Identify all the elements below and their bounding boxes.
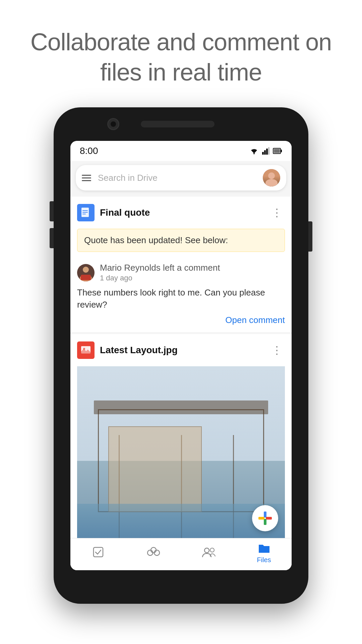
highlighted-content: Quote has been updated! See below:	[84, 235, 228, 245]
more-options-image-button[interactable]: ⋮	[269, 344, 285, 357]
add-fab-button[interactable]	[252, 505, 278, 531]
svg-rect-2	[264, 150, 266, 155]
commenter-avatar	[77, 264, 95, 281]
nav-item-priority[interactable]	[70, 546, 126, 560]
hero-title: Collaborate and comment on files in real…	[20, 27, 342, 87]
volume-down-button	[50, 228, 54, 248]
svg-point-18	[204, 548, 209, 553]
svg-rect-11	[82, 214, 86, 214]
svg-rect-14	[94, 547, 103, 557]
add-icon	[258, 512, 272, 525]
svg-rect-4	[268, 147, 269, 155]
comment-body: These numbers look right to me. Can you …	[77, 286, 285, 311]
status-bar: 8:00	[70, 141, 292, 161]
svg-point-19	[210, 548, 214, 552]
signal-icon	[262, 147, 269, 155]
phone-screen: 8:00	[70, 141, 292, 570]
svg-rect-9	[82, 210, 88, 211]
file-header-docs: Final quote ⋮	[70, 197, 292, 229]
wifi-icon	[249, 147, 259, 155]
svg-rect-6	[281, 150, 282, 152]
svg-rect-7	[274, 149, 280, 153]
file-name-final-quote: Final quote	[100, 207, 263, 218]
nav-item-shared-drives[interactable]	[126, 546, 181, 560]
phone-speaker	[141, 121, 215, 127]
phone-shell: 8:00	[54, 107, 308, 604]
file-header-image: Latest Layout.jpg ⋮	[70, 334, 292, 366]
docs-file-icon	[77, 204, 95, 221]
search-bar[interactable]: Search in Drive	[76, 165, 286, 191]
nav-item-shared[interactable]	[181, 546, 236, 560]
more-options-button[interactable]: ⋮	[269, 206, 285, 219]
highlight-text-box: Quote has been updated! See below:	[77, 229, 285, 252]
shared-with-me-icon	[201, 546, 216, 558]
status-time: 8:00	[80, 146, 98, 156]
files-icon	[257, 542, 271, 554]
commenter-name: Mario Reynolds left a comment	[100, 263, 220, 273]
hamburger-menu-icon[interactable]	[82, 175, 91, 181]
comment-time: 1 day ago	[100, 274, 220, 282]
image-preview	[77, 366, 285, 538]
user-avatar[interactable]	[263, 169, 280, 186]
hero-section: Collaborate and comment on files in real…	[0, 0, 362, 87]
battery-icon	[273, 147, 282, 155]
svg-rect-10	[82, 212, 88, 213]
comment-header: Mario Reynolds left a comment 1 day ago	[77, 263, 285, 282]
svg-point-0	[253, 153, 255, 154]
phone-camera	[107, 118, 119, 130]
open-comment-button[interactable]: Open comment	[77, 315, 285, 325]
power-button	[308, 221, 312, 252]
svg-rect-1	[262, 152, 264, 155]
volume-up-button	[50, 201, 54, 221]
phone-mockup: 8:00	[54, 107, 308, 604]
content-area: Final quote ⋮ Quote has been updated! Se…	[70, 195, 292, 570]
search-input[interactable]: Search in Drive	[98, 173, 263, 183]
checkbox-icon	[92, 546, 104, 558]
nav-label-files: Files	[257, 556, 271, 564]
file-name-latest-layout: Latest Layout.jpg	[100, 345, 263, 356]
comment-meta: Mario Reynolds left a comment 1 day ago	[100, 263, 220, 282]
bottom-navigation: Files	[70, 538, 292, 570]
file-card-final-quote: Final quote ⋮ Quote has been updated! Se…	[70, 197, 292, 332]
shared-drives-icon	[146, 546, 161, 558]
file-card-latest-layout: Latest Layout.jpg ⋮	[70, 334, 292, 538]
status-icons	[249, 147, 282, 155]
comment-section: Mario Reynolds left a comment 1 day ago …	[70, 257, 292, 332]
comment-action: left a comment	[163, 263, 220, 273]
nav-item-files[interactable]: Files	[236, 542, 292, 564]
image-file-icon	[77, 341, 95, 359]
svg-rect-3	[266, 149, 268, 155]
